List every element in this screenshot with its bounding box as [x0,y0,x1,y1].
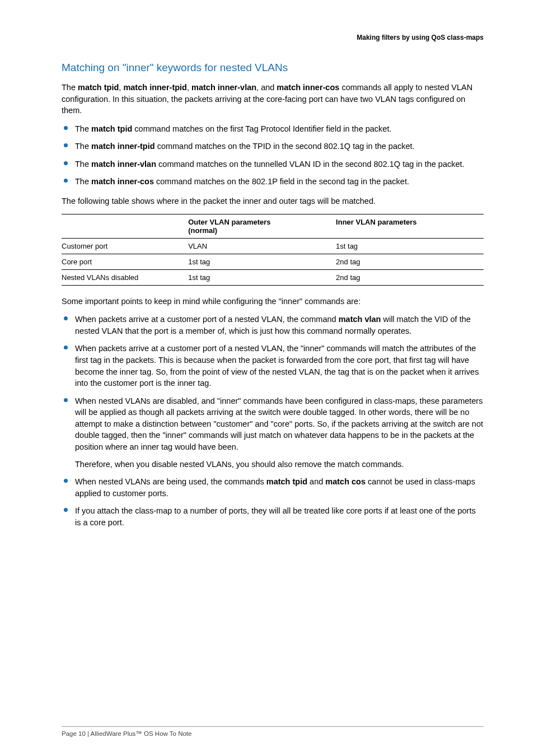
list-item: The match inner-vlan command matches on … [62,158,484,170]
text: If you attach the class-map to a number … [75,506,476,527]
text: command matches on the first Tag Protoco… [132,124,391,133]
text: , and [256,83,277,92]
text: When packets arrive at a customer port o… [75,344,479,388]
header-line2: (normal) [188,226,331,235]
list-item: When packets arrive at a customer port o… [62,343,484,389]
cell: 1st tag [188,254,336,269]
vlan-table: Outer VLAN parameters (normal) Inner VLA… [62,214,484,286]
list-item: When nested VLANs are disabled, and "inn… [62,395,484,470]
table-intro: The following table shows where in the p… [62,195,484,207]
intro-paragraph: The match tpid, match inner-tpid, match … [62,82,484,116]
table-header: Inner VLAN parameters [336,214,484,238]
keyword: match inner-cos [277,83,339,92]
after-table-paragraph: Some important points to keep in mind wh… [62,296,484,307]
table-row: Nested VLANs disabled 1st tag 2nd tag [62,269,484,285]
list-item: When nested VLANs are being used, the co… [62,476,484,499]
cell: Nested VLANs disabled [62,269,188,285]
text: The [75,160,91,169]
keyword: match inner-cos [91,177,154,186]
sub-paragraph: Therefore, when you disable nested VLANs… [75,459,484,470]
keyword: match cos [325,477,366,486]
text: The [62,83,78,92]
bullet-list-1: The match tpid command matches on the fi… [62,123,484,188]
cell: 1st tag [188,269,336,285]
list-item: When packets arrive at a customer port o… [62,314,484,337]
keyword: match tpid [266,477,307,486]
table-header [62,214,188,238]
list-item: The match tpid command matches on the fi… [62,123,484,135]
table-row: Core port 1st tag 2nd tag [62,254,484,269]
text: When nested VLANs are being used, the co… [75,477,266,486]
table-row: Customer port VLAN 1st tag [62,238,484,254]
list-item: The match inner-cos command matches on t… [62,176,484,188]
header-line1: Outer VLAN parameters [188,218,331,226]
list-item: The match inner-tpid command matches on … [62,141,484,152]
page: Making filters by using QoS class-maps M… [0,0,534,756]
keyword: match inner-vlan [91,160,156,169]
text: The [75,124,91,133]
keyword: match vlan [339,315,381,324]
cell: Core port [62,254,188,269]
bullet-list-2: When packets arrive at a customer port o… [62,314,484,528]
list-item: If you attach the class-map to a number … [62,505,484,528]
running-header: Making filters by using QoS class-maps [62,34,484,41]
table-header: Outer VLAN parameters (normal) [188,214,336,238]
cell: 2nd tag [336,269,484,285]
text: command matches on the TPID in the secon… [155,142,415,151]
keyword: match inner-vlan [191,83,256,92]
text: command matches on the 802.1P field in t… [154,177,409,186]
text: When nested VLANs are disabled, and "inn… [75,396,483,451]
keyword: match tpid [78,83,119,92]
cell: VLAN [188,238,336,254]
cell: 1st tag [336,238,484,254]
text: When packets arrive at a customer port o… [75,315,339,324]
text: The [75,177,91,186]
text: The [75,142,91,151]
keyword: match inner-tpid [123,83,187,92]
text: and [307,477,325,486]
cell: Customer port [62,238,188,254]
keyword: match tpid [91,124,132,133]
table-header-row: Outer VLAN parameters (normal) Inner VLA… [62,214,484,238]
text: , [187,83,191,92]
page-footer: Page 10 | AlliedWare Plus™ OS How To Not… [62,726,484,737]
text: command matches on the tunnelled VLAN ID… [156,160,465,169]
keyword: match inner-tpid [91,142,155,151]
section-title: Matching on "inner" keywords for nested … [62,62,484,74]
cell: 2nd tag [336,254,484,269]
